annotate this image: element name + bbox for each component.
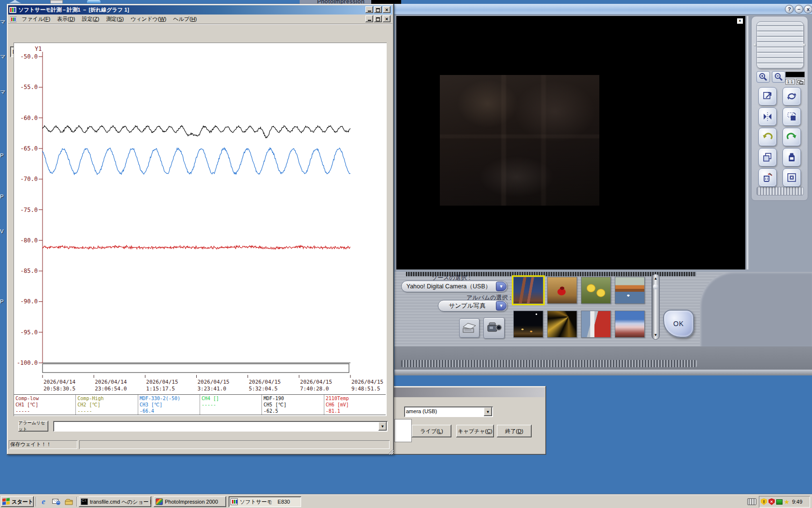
redo-icon (786, 132, 797, 142)
y-tick-label: -50.0 (20, 53, 38, 60)
panel-grip-bottom[interactable] (756, 187, 804, 195)
titlebar[interactable]: ソフトサーモ計測－計測1 － [折れ線グラフ 1] × (8, 5, 392, 15)
preview-close-icon[interactable]: × (737, 18, 743, 24)
twain-exit-button[interactable]: 終了(D) (497, 425, 532, 437)
thumbnail-harbor-town[interactable] (615, 277, 645, 304)
twain-capture-button[interactable]: キャプチャ(C) (456, 425, 494, 437)
legend-name: Comp-High (77, 395, 137, 402)
legend-channel-1: Comp-lowCH1 [℃]----- (14, 395, 76, 415)
twain-source-combobox[interactable]: amera (USB) ▼ (404, 406, 493, 417)
twain-live-button[interactable]: ライブ(L) (412, 425, 451, 437)
photoimpression-close-round-button[interactable]: x (804, 5, 812, 14)
legend-value: -62.5 (263, 408, 323, 414)
alarm-reset-button[interactable]: アラームリセット (18, 421, 48, 432)
taskbar-clock[interactable]: 9:49 (792, 499, 802, 505)
acquire-camera-button[interactable] (483, 317, 505, 339)
x-tick-time: 1:15:17.5 (146, 386, 175, 392)
taskbar-task-1[interactable]: transfile.cmd へのショート... (79, 496, 151, 507)
crop-rotate-button[interactable] (783, 107, 801, 126)
thumbnail-night-city[interactable] (513, 311, 543, 338)
photoimpression-help-button[interactable]: ? (785, 5, 794, 14)
source-select-combobox[interactable]: Yahoo! Digital Camera（USB） ▼ (401, 281, 508, 292)
app-icon (9, 7, 16, 13)
panel-grip[interactable] (756, 21, 804, 69)
start-button[interactable]: スタート (1, 496, 34, 507)
zoom-in-button[interactable] (756, 71, 770, 83)
actual-size-button[interactable]: 1:1 (785, 79, 795, 85)
undo-button[interactable] (758, 128, 777, 146)
fit-window-button[interactable] (796, 79, 805, 85)
chart-series-2 (43, 148, 350, 175)
source-select-value: Yahoo! Digital Camera（USB） (402, 283, 496, 291)
acquire-scanner-button[interactable] (459, 318, 479, 338)
mdi-restore-button[interactable] (374, 15, 382, 22)
show-desktop-icon[interactable] (64, 497, 73, 507)
y-tick-label: -80.0 (20, 237, 38, 244)
menu-1[interactable]: ファイル(F) (18, 15, 54, 24)
album-select-value: サンプル写真 (438, 302, 496, 310)
thumbnail-lighthouse[interactable] (581, 311, 611, 338)
x-tick-time: 3:23:41.0 (198, 386, 227, 392)
internet-explorer-icon[interactable]: e (39, 497, 48, 507)
desktop-icon-fragment (50, 0, 63, 3)
status-panel-empty (79, 440, 390, 449)
minimize-button[interactable] (365, 6, 373, 13)
thumbnail-cardinal-bird[interactable] (547, 277, 577, 304)
tray-star-icon[interactable]: ★ (784, 499, 790, 505)
tray-error-icon[interactable]: × (768, 498, 775, 505)
legend-channel-5: MDF-190CH5 [℃]-62.5 (262, 395, 324, 415)
fit-to-window-button[interactable] (758, 87, 777, 105)
scroll-down-arrow-icon[interactable]: ▼ (652, 333, 659, 337)
keyboard-layout-icon[interactable] (747, 498, 756, 505)
tray-alert-icon[interactable]: ! (761, 498, 767, 505)
desktop-icon-label-fragment: P (0, 152, 6, 158)
alarm-dropdown-arrow-icon[interactable]: ▼ (378, 422, 387, 431)
photoimpression-minimize-round-button[interactable]: − (795, 5, 803, 14)
source-dropdown-arrow-icon[interactable]: ▼ (496, 282, 507, 291)
toolbar: D1D2D3Y1Y2Y3▲▼▲▼▼▲◀◀◀■▶▶▶◀▶▶◀ (8, 24, 392, 42)
crop-rotate-icon (786, 111, 797, 122)
zoom-out-button[interactable] (772, 71, 785, 83)
twain-dialog-titlebar[interactable] (378, 388, 545, 397)
scrollbar-thumb[interactable] (653, 284, 658, 289)
rotate-button[interactable] (783, 87, 801, 105)
thumbnail-desert-spires[interactable] (513, 277, 543, 304)
y-axis-title: Y1 (35, 45, 42, 52)
chart-client-area: Y1-50.0-55.0-60.0-65.0-70.0-75.0-80.0-85… (14, 43, 387, 416)
zoom-out-icon (774, 72, 783, 82)
menu-4[interactable]: 測定(S) (102, 15, 127, 24)
album-select-combobox[interactable]: サンプル写真 ▼ (438, 300, 508, 312)
flip-horizontal-button[interactable] (758, 107, 777, 126)
outlook-express-icon[interactable] (51, 497, 61, 507)
mdi-close-button[interactable]: × (383, 15, 391, 22)
mdi-child-icon (10, 16, 16, 22)
copy-button[interactable] (758, 148, 777, 166)
delete-button[interactable] (758, 168, 777, 187)
close-button[interactable]: × (383, 6, 391, 13)
thumbnail-gold-light-streaks[interactable] (547, 311, 577, 338)
resize-grip[interactable] (388, 449, 393, 454)
menu-5[interactable]: ウィンドウ(W) (127, 15, 170, 24)
console-icon (81, 498, 88, 505)
thumbnail-yellow-flowers[interactable] (581, 277, 611, 304)
scroll-up-arrow-icon[interactable]: ▲ (652, 276, 659, 281)
close-image-button[interactable] (783, 168, 801, 187)
y-tick-label: -55.0 (20, 84, 38, 90)
menu-3[interactable]: 設定(Z) (78, 15, 102, 24)
thumbnail-scrollbar[interactable]: ▲ ▼ (652, 274, 660, 340)
system-tray: ! × ★ 9:49 (759, 496, 810, 508)
paste-button[interactable] (783, 148, 801, 166)
mdi-minimize-button[interactable] (365, 15, 373, 22)
menu-6[interactable]: ヘルプ(H) (170, 15, 200, 24)
twain-dropdown-arrow-icon[interactable]: ▼ (484, 407, 492, 416)
album-dropdown-arrow-icon[interactable]: ▼ (496, 301, 507, 311)
taskbar-task-2[interactable]: PhotoImpression 2000 (154, 496, 226, 507)
scanner-icon (462, 322, 477, 334)
maximize-button[interactable] (374, 6, 382, 13)
thumbnail-sunset-clouds[interactable] (615, 311, 645, 338)
menu-2[interactable]: 表示(D) (54, 15, 78, 24)
alarm-combobox[interactable]: ▼ (53, 421, 388, 432)
taskbar-task-3[interactable]: ソフトサーモ E830 (229, 496, 301, 507)
redo-button[interactable] (783, 128, 801, 146)
tray-device-icon[interactable] (776, 499, 783, 505)
